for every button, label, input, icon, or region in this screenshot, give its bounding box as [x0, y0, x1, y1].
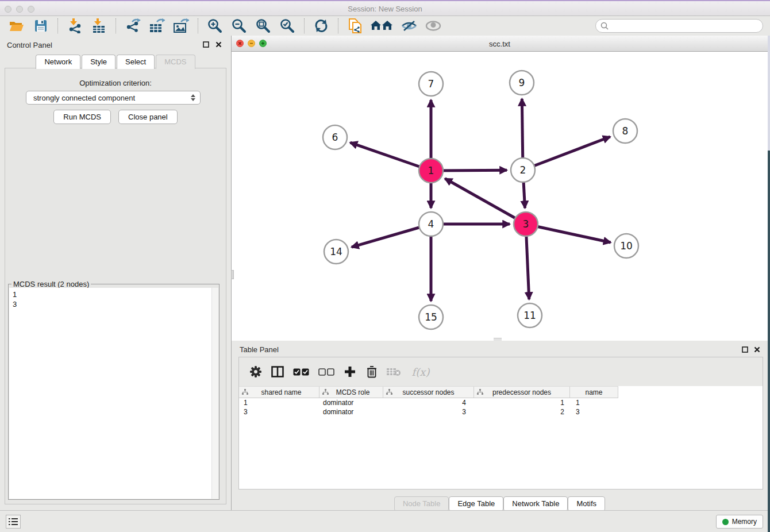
export-image-icon [173, 18, 189, 33]
search-box[interactable] [595, 19, 763, 33]
table-cell: dominator [319, 399, 383, 407]
toolbar-separator [304, 18, 305, 33]
close-table-panel-icon[interactable] [754, 346, 760, 354]
delete-table-button[interactable] [385, 363, 402, 380]
graph-node-6[interactable]: 6 [323, 125, 347, 149]
optimization-criterion-label: Optimization criterion: [5, 79, 226, 87]
add-column-button[interactable] [341, 363, 359, 380]
window-title: Session: New Session [0, 5, 770, 13]
column-header-predecessor-nodes[interactable]: predecessor nodes [474, 387, 570, 398]
select-all-button[interactable] [291, 363, 311, 380]
graph-edge-1-6[interactable] [350, 142, 431, 171]
checked-boxes-icon [293, 368, 309, 376]
export-network-button[interactable] [123, 17, 143, 34]
graph-edge-3-1[interactable] [445, 179, 526, 224]
close-panel-icon[interactable] [215, 41, 222, 49]
network-view-window: scc.txt 1234678910111415 [232, 36, 768, 341]
zoom-out-button[interactable] [229, 17, 249, 34]
panel-splitter-grip[interactable] [231, 270, 234, 279]
dropdown-updown-icon [191, 94, 195, 101]
graph-node-9[interactable]: 9 [510, 71, 534, 95]
function-builder-button[interactable]: f(x) [407, 363, 432, 380]
export-network-icon [125, 18, 141, 33]
graph-edge-3-10[interactable] [526, 224, 611, 242]
refresh-network-button[interactable] [311, 17, 331, 34]
delete-table-icon [386, 367, 401, 376]
gear-icon [249, 365, 262, 378]
delete-column-button[interactable] [363, 363, 380, 380]
graph-node-3[interactable]: 3 [514, 212, 538, 236]
plus-icon [344, 366, 356, 377]
graph-node-2[interactable]: 2 [511, 158, 535, 182]
table-toolbar: f(x) [239, 357, 763, 386]
tab-network[interactable]: Network [36, 55, 80, 69]
toolbar-separator [338, 18, 338, 33]
control-panel-header: Control Panel [0, 36, 231, 54]
hierarchy-icon [477, 389, 483, 397]
save-session-button[interactable] [31, 17, 51, 34]
column-header-mcds-role[interactable]: MCDS role [319, 387, 383, 398]
column-header-name[interactable]: name [570, 387, 618, 398]
column-header-shared-name[interactable]: shared name [239, 387, 319, 398]
hierarchy-icon [322, 389, 329, 397]
graph-node-7[interactable]: 7 [419, 72, 443, 96]
trash-icon [367, 365, 377, 378]
control-panel-title: Control Panel [7, 41, 52, 49]
tab-node-table[interactable]: Node Table [394, 496, 449, 511]
import-network-button[interactable] [65, 17, 84, 34]
task-history-button[interactable] [6, 515, 21, 529]
graph-edge-2-8[interactable] [523, 137, 610, 170]
graph-node-8[interactable]: 8 [613, 119, 637, 143]
show-all-button[interactable] [424, 17, 443, 34]
close-panel-button[interactable]: Close panel [118, 110, 178, 124]
float-panel-icon[interactable] [203, 41, 209, 49]
copy-network-icon [348, 18, 363, 34]
split-view-button[interactable] [269, 363, 286, 380]
memory-button[interactable]: Memory [716, 515, 763, 529]
graph-node-15[interactable]: 15 [419, 305, 443, 329]
graph-node-label: 7 [428, 78, 434, 90]
tab-network-table[interactable]: Network Table [503, 496, 568, 511]
import-table-button[interactable] [89, 17, 109, 34]
hierarchy-icon [386, 389, 392, 397]
graph-node-10[interactable]: 10 [614, 234, 638, 258]
tab-motifs[interactable]: Motifs [568, 496, 605, 511]
tab-select[interactable]: Select [117, 55, 155, 69]
criterion-dropdown[interactable]: strongly connected component [26, 91, 201, 105]
home-view-button[interactable] [369, 17, 395, 34]
open-session-button[interactable] [7, 17, 26, 34]
zoom-selected-button[interactable] [278, 17, 297, 34]
table-panel-header: Table Panel [232, 341, 768, 357]
table-row[interactable]: 1dominator411 [239, 398, 763, 407]
tab-edge-table[interactable]: Edge Table [449, 496, 503, 511]
network-canvas[interactable]: 1234678910111415 [232, 52, 768, 341]
network-window-title: scc.txt [232, 40, 768, 48]
table-panel: Table Panel [232, 341, 768, 510]
network-graph: 1234678910111415 [232, 52, 768, 341]
hide-selected-button[interactable] [399, 17, 419, 34]
deselect-all-button[interactable] [316, 363, 337, 380]
graph-node-11[interactable]: 11 [518, 303, 542, 327]
network-window-titlebar[interactable]: scc.txt [232, 36, 768, 52]
run-mcds-button[interactable]: Run MCDS [53, 110, 111, 124]
search-input[interactable] [611, 22, 755, 30]
result-scrollbar[interactable] [211, 288, 218, 499]
graph-node-14[interactable]: 14 [324, 240, 348, 264]
export-table-button[interactable] [147, 17, 167, 34]
tab-style[interactable]: Style [82, 55, 116, 69]
float-table-panel-icon[interactable] [742, 346, 748, 354]
column-header-successor-nodes[interactable]: successor nodes [383, 387, 474, 398]
zoom-fit-button[interactable] [253, 17, 273, 34]
export-image-button[interactable] [171, 17, 191, 34]
mcds-result-textarea[interactable]: 13 [9, 288, 218, 499]
graph-node-1[interactable]: 1 [419, 159, 443, 183]
table-row[interactable]: 3dominator323 [239, 407, 763, 417]
tab-mcds[interactable]: MCDS [156, 55, 195, 69]
copy-network-button[interactable] [345, 17, 365, 34]
graph-node-4[interactable]: 4 [419, 212, 443, 236]
table-settings-button[interactable] [247, 363, 264, 380]
zoom-in-button[interactable] [205, 17, 225, 34]
main-toolbar [0, 16, 770, 36]
memory-status-icon [722, 519, 729, 525]
graph-node-label: 9 [519, 77, 525, 88]
